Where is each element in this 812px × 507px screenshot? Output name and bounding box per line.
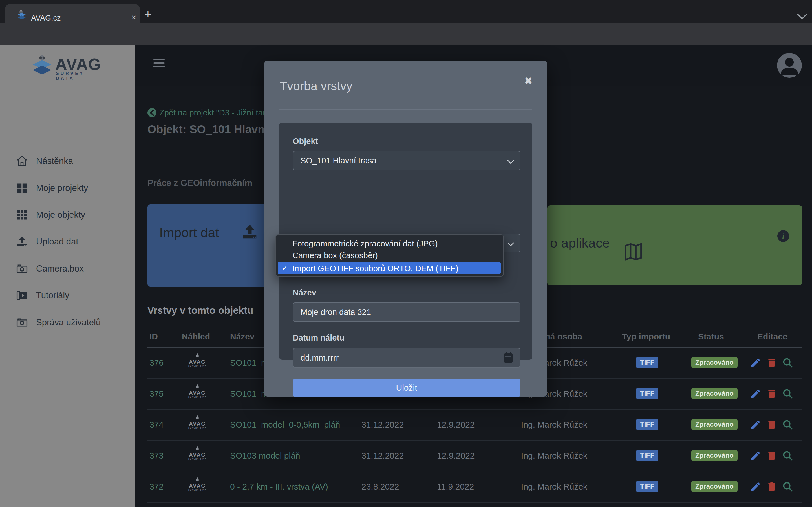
grid-2x2-icon bbox=[16, 182, 28, 194]
objekt-select[interactable]: SO_101 Hlavní trasa bbox=[293, 151, 520, 170]
breadcrumb[interactable]: Zpět na projekt "D3 - Jižní tang bbox=[147, 108, 272, 117]
status-badge: Zpracováno bbox=[691, 450, 738, 461]
map-application-card[interactable]: o aplikace bbox=[547, 205, 802, 285]
search-icon[interactable] bbox=[782, 357, 794, 369]
delete-icon[interactable] bbox=[766, 357, 777, 369]
sidebar-item-tutorialy[interactable]: Tutoriály bbox=[0, 287, 135, 304]
status-badge: Zpracováno bbox=[691, 388, 738, 399]
dropdown-option-selected[interactable]: ✓ Import GEOTIFF souborů ORTO, DEM (TIFF… bbox=[278, 262, 501, 274]
sidebar: AVAG SURVEY DATA Nástěnka Moje projekty … bbox=[0, 45, 135, 507]
row-date2: 11.9.2022 bbox=[437, 482, 474, 492]
sidebar-item-label: Moje objekty bbox=[36, 210, 85, 220]
avag-logo-icon bbox=[32, 55, 54, 77]
user-avatar[interactable] bbox=[777, 53, 802, 78]
tab-close-icon[interactable]: × bbox=[132, 13, 137, 22]
upload-icon bbox=[16, 235, 28, 248]
dropdown-option[interactable]: Camera box (časosběr) bbox=[292, 251, 378, 260]
screen: AVAG.cz × + ← → ↻ https://app.avag.cz/ob… bbox=[0, 0, 812, 507]
search-icon[interactable] bbox=[782, 419, 794, 431]
tvorba-vrstvy-modal: Tvorba vrstvy ✖ Objekt SO_101 Hlavní tra… bbox=[264, 61, 547, 397]
grid-3x3-icon bbox=[16, 209, 28, 221]
row-person: Ing. Marek Růžek bbox=[521, 420, 587, 430]
nazev-input[interactable]: Moje dron data 321 bbox=[293, 302, 520, 322]
type-badge: TIFF bbox=[636, 450, 658, 461]
sidebar-item-label: Tutoriály bbox=[36, 290, 69, 300]
row-name-link[interactable]: SO101_m bbox=[230, 389, 268, 399]
edit-icon[interactable] bbox=[750, 481, 761, 492]
ulozit-button[interactable]: Uložit bbox=[293, 379, 520, 397]
col-header-id: ID bbox=[149, 332, 158, 341]
favicon-avag-icon bbox=[17, 10, 27, 20]
row-date2: 12.9.2022 bbox=[437, 420, 474, 430]
brand-subtitle: SURVEY DATA bbox=[56, 71, 105, 81]
row-name-link[interactable]: SO101_m bbox=[230, 358, 268, 368]
row-divider bbox=[147, 471, 802, 472]
row-thumbnail-avag-logo: AVAGSURVEY DATA bbox=[182, 477, 213, 491]
sidebar-item-label: Upload dat bbox=[36, 237, 79, 247]
search-icon[interactable] bbox=[782, 388, 794, 399]
row-date1: 23.8.2022 bbox=[361, 482, 399, 492]
objekt-label: Objekt bbox=[293, 136, 318, 146]
sidebar-item-sprava-uzivatelu[interactable]: Správa uživatelů bbox=[0, 314, 135, 331]
status-badge: Zpracováno bbox=[691, 418, 738, 431]
browser-tab[interactable]: AVAG.cz × bbox=[5, 4, 140, 23]
row-id: 375 bbox=[149, 389, 163, 399]
row-name-link[interactable]: SO103 model pláň bbox=[230, 451, 300, 460]
status-badge: Zpracováno bbox=[691, 481, 738, 492]
type-badge: TIFF bbox=[636, 388, 658, 399]
search-icon[interactable] bbox=[782, 481, 794, 492]
edit-icon[interactable] bbox=[750, 450, 761, 461]
hamburger-menu-icon[interactable] bbox=[153, 59, 165, 69]
sidebar-item-camera-box[interactable]: Camera.box bbox=[0, 260, 135, 277]
edit-icon[interactable] bbox=[750, 419, 761, 431]
row-thumbnail-avag-logo: AVAGSURVEY DATA bbox=[182, 415, 213, 429]
sidebar-item-nastenka[interactable]: Nástěnka bbox=[0, 153, 135, 170]
modal-title: Tvorba vrstvy bbox=[280, 79, 352, 93]
edit-icon[interactable] bbox=[750, 388, 761, 399]
row-date1: 31.12.2022 bbox=[361, 451, 404, 460]
type-badge: TIFF bbox=[636, 356, 658, 369]
chevron-down-icon bbox=[507, 239, 514, 246]
row-id: 374 bbox=[149, 420, 163, 430]
delete-icon[interactable] bbox=[766, 481, 777, 492]
row-thumbnail-avag-logo: AVAGSURVEY DATA bbox=[182, 353, 213, 367]
delete-icon[interactable] bbox=[766, 450, 777, 461]
delete-icon[interactable] bbox=[766, 419, 777, 431]
row-person: Ing. Marek Růžek bbox=[521, 482, 587, 492]
status-badge: Zpracováno bbox=[691, 356, 738, 369]
sidebar-item-upload-dat[interactable]: Upload dat bbox=[0, 233, 135, 250]
row-id: 376 bbox=[149, 358, 163, 368]
ulozit-button-label: Uložit bbox=[396, 383, 417, 392]
new-tab-button[interactable]: + bbox=[144, 8, 152, 20]
edit-icon[interactable] bbox=[750, 357, 761, 369]
section-label: Práce z GEOinformačním bbox=[147, 178, 252, 188]
modal-form-panel: Objekt SO_101 Hlavní trasa Fotogrammetri… bbox=[279, 122, 532, 360]
calendar-icon[interactable] bbox=[504, 353, 513, 362]
dropdown-option[interactable]: Fotogrammetrické zpracování dat (JPG) bbox=[292, 239, 438, 248]
row-name-link[interactable]: SO101_model_0-0,5km_pláň bbox=[230, 420, 340, 430]
dropdown-option-label: Import GEOTIFF souborů ORTO, DEM (TIFF) bbox=[292, 264, 458, 273]
check-icon: ✓ bbox=[282, 264, 288, 273]
row-thumbnail-avag-logo: AVAGSURVEY DATA bbox=[182, 446, 213, 460]
breadcrumb-label: Zpět na projekt "D3 - Jižní tang bbox=[159, 108, 272, 117]
row-id: 373 bbox=[149, 451, 163, 460]
sidebar-item-moje-objekty[interactable]: Moje objekty bbox=[0, 207, 135, 223]
sidebar-item-label: Moje projekty bbox=[36, 183, 88, 193]
col-header-nahled: Náhled bbox=[182, 332, 210, 341]
browser-tabstrip: AVAG.cz × + bbox=[0, 0, 812, 23]
home-icon bbox=[16, 155, 28, 167]
type-badge: TIFF bbox=[636, 418, 658, 431]
info-icon[interactable] bbox=[777, 230, 789, 242]
avag-logo: AVAG SURVEY DATA bbox=[32, 55, 105, 78]
sidebar-item-label: Nástěnka bbox=[36, 156, 73, 166]
row-name-link[interactable]: 0 - 2,7 km - III. vrstva (AV) bbox=[230, 482, 328, 492]
tab-search-chevron-icon[interactable] bbox=[797, 9, 808, 20]
layers-heading: Vrstvy v tomto objektu bbox=[147, 305, 253, 316]
search-icon[interactable] bbox=[782, 450, 794, 461]
datum-naletu-label: Datum náletu bbox=[293, 333, 345, 342]
delete-icon[interactable] bbox=[766, 388, 777, 399]
page-title: Objekt: SO_101 Hlavní tr bbox=[147, 123, 279, 136]
modal-close-icon[interactable]: ✖ bbox=[524, 76, 532, 86]
datum-naletu-input[interactable]: dd.mm.rrrr bbox=[293, 348, 520, 368]
sidebar-item-moje-projekty[interactable]: Moje projekty bbox=[0, 180, 135, 196]
